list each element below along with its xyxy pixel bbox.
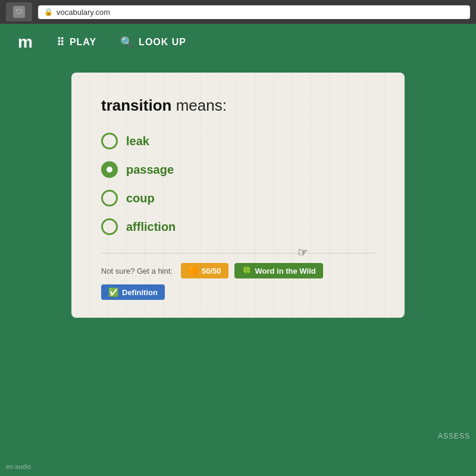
wild-icon: 🍀 [242,266,252,275]
hint-5050-button[interactable]: 🟠 50/50 [181,263,228,278]
play-link[interactable]: ⠿ PLAY [57,36,96,49]
main-background: m ⠿ PLAY 🔍 LOOK UP transition means: lea… [0,24,476,476]
means-label: means: [176,96,227,114]
option-leak[interactable]: leak [101,133,375,149]
lookup-label: LOOK UP [139,37,186,48]
option-coup[interactable]: coup [101,190,375,206]
hint-wild-button[interactable]: 🍀 Word in the Wild [234,263,323,278]
lookup-icon: 🔍 [120,36,134,49]
label-passage: passage [126,163,174,177]
radio-coup[interactable] [101,190,118,206]
label-coup: coup [126,192,155,205]
browser-tab[interactable]: 🛡 [6,2,32,21]
quiz-word: transition [101,96,171,114]
label-leak: leak [126,134,149,148]
site-address: vocabulary.com [57,8,110,17]
lookup-link[interactable]: 🔍 LOOK UP [120,36,186,49]
nav-logo: m [18,33,33,52]
question-title: transition means: [101,96,375,115]
hint-5050-label: 50/50 [202,267,221,275]
play-label: PLAY [70,37,96,48]
lock-icon: 🔒 [44,8,53,16]
radio-affliction[interactable] [101,218,118,235]
radio-leak[interactable] [101,133,118,149]
answer-options: leak passage coup affliction [101,133,375,235]
option-passage[interactable]: passage [101,161,375,178]
coin-icon: 🟠 [188,266,198,275]
audio-label: en audio [6,463,31,470]
radio-passage[interactable] [101,161,118,178]
address-bar[interactable]: 🔒 vocabulary.com [38,5,470,19]
nav-bar: m ⠿ PLAY 🔍 LOOK UP [0,24,476,61]
quiz-card: transition means: leak passage coup affl… [71,73,405,318]
browser-chrome: 🛡 🔒 vocabulary.com [0,0,476,24]
play-icon: ⠿ [57,36,65,49]
option-affliction[interactable]: affliction [101,218,375,235]
hint-def-button[interactable]: ✅ Definition [101,284,165,300]
hint-def-label: Definition [122,288,158,297]
shield-icon: 🛡 [13,6,25,18]
assess-label: ASSESS [438,432,470,440]
label-affliction: affliction [126,220,176,234]
def-icon: ✅ [108,287,118,297]
hint-bar: Not sure? Get a hint: 🟠 50/50 🍀 Word in … [101,253,375,300]
nav-links: ⠿ PLAY 🔍 LOOK UP [57,36,186,49]
hint-prompt: Not sure? Get a hint: [101,267,173,275]
hint-wild-label: Word in the Wild [255,267,316,275]
